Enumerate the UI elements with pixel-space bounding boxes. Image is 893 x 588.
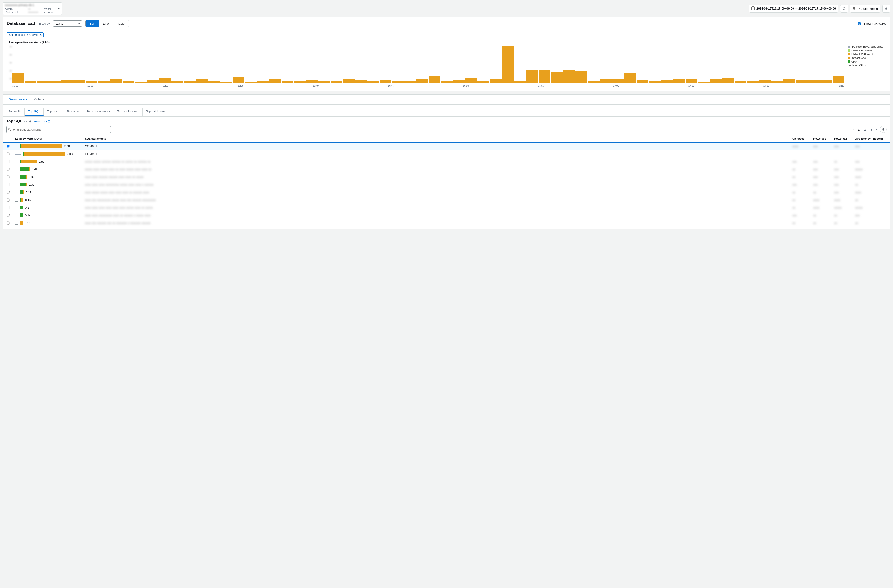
row-radio[interactable]: [6, 168, 10, 171]
chart-area: xxxxxxxxxx 16:2016:2516:3016:3516:4016:4…: [7, 45, 886, 87]
sql-statement[interactable]: xxxxx xxxx xxxxx xxxx xx xxxx xxxxx xxxx…: [85, 168, 192, 171]
table-row[interactable]: +0.82xxxxx xxxxx xxxxxx xxxxxx xx xxxxx …: [3, 158, 890, 165]
row-radio[interactable]: [6, 144, 10, 148]
load-bar: [20, 144, 62, 148]
page-1[interactable]: 1: [857, 128, 860, 132]
row-radio[interactable]: [6, 198, 10, 201]
sql-statement[interactable]: xxxx xxxx xxxx xxxx xxxx xxxx xxxxx xxxx…: [85, 206, 192, 209]
settings-button[interactable]: [882, 4, 890, 12]
sql-statement[interactable]: xxxx xxx xxxxxx xxx xx xxxxxxx x xxxxxxx…: [85, 221, 192, 225]
slice-dropdown[interactable]: Waits: [53, 21, 82, 27]
metric-value: xxx: [834, 168, 839, 171]
row-radio[interactable]: [6, 190, 10, 194]
sql-statement[interactable]: xxxx xxxx xxxxxxxxx xxxx xx xxxxxx x xxx…: [85, 214, 192, 217]
refresh-button[interactable]: [840, 4, 848, 12]
show-max-label: Show max vCPU: [863, 22, 886, 26]
svg-point-0: [886, 8, 887, 9]
scope-chip[interactable]: Scope to: sql : COMMIT ×: [7, 32, 44, 38]
col-lat[interactable]: Avg latency (ms)/call: [853, 135, 890, 142]
subtab-apps[interactable]: Top applications: [114, 108, 143, 116]
row-radio[interactable]: [6, 221, 10, 225]
learn-more-link[interactable]: Learn more: [33, 120, 50, 123]
show-max-vcpu[interactable]: Show max vCPU: [857, 21, 886, 26]
db-load-panel: Database load Sliced by Waits Bar Line T…: [3, 17, 890, 91]
metric-value: xxxxx: [855, 168, 863, 171]
col-rpc[interactable]: Rows/call: [832, 135, 853, 142]
table-row[interactable]: +0.17xxxx xxxxx xxxxx xxxx xxxx xxxx xx …: [3, 189, 890, 196]
slice-value: Waits: [56, 22, 63, 26]
table-row[interactable]: +0.14xxxx xxxx xxxxxxxxx xxxx xx xxxxxx …: [3, 212, 890, 219]
search-input[interactable]: [6, 126, 111, 133]
subtab-sess[interactable]: Top session types: [83, 108, 114, 116]
sql-statement[interactable]: xxxx xxxx xxxx xxxxxxxxx xxxxx xxxx xxxx…: [85, 183, 192, 186]
metric-value: xxxxx: [855, 206, 863, 209]
legend-swatch-lwwi: [848, 53, 850, 56]
subtab-sql[interactable]: Top SQL: [25, 108, 44, 116]
search-icon: [8, 128, 11, 131]
sql-statement[interactable]: xxxx xxx xxxxxxxxx xxxxx xxxx xxx xxxxxx…: [85, 198, 192, 202]
page-3[interactable]: 3: [869, 128, 873, 132]
tab-metrics[interactable]: Metrics: [30, 94, 47, 104]
sql-statement[interactable]: COMMIT: [85, 144, 192, 148]
sql-statement[interactable]: xxxx xxxx xxxxxx xxxxxx xxxx xxxx xx xxx…: [85, 175, 192, 179]
subtab-users[interactable]: Top users: [63, 108, 83, 116]
metric-value: xx: [792, 175, 795, 179]
table-row[interactable]: +0.15xxxx xxx xxxxxxxxx xxxxx xxxx xxx x…: [3, 196, 890, 204]
load-value: 0.82: [39, 160, 44, 164]
subtab-dbs[interactable]: Top databases: [143, 108, 169, 116]
row-radio[interactable]: [6, 152, 10, 156]
time-range-picker[interactable]: 2024-03-15T16:15:00+00:00 — 2024-03-15T1…: [749, 4, 838, 12]
bar-chart[interactable]: 16:2016:2516:3016:3516:4016:4516:5016:55…: [12, 45, 844, 87]
expand-toggle[interactable]: +: [15, 206, 18, 209]
metric-value: xxxx: [855, 190, 861, 194]
sql-statement[interactable]: COMMIT: [85, 152, 192, 156]
view-line[interactable]: Line: [99, 21, 113, 27]
expand-toggle[interactable]: +: [15, 190, 18, 194]
table-row[interactable]: +0.13xxxx xxx xxxxxx xxx xx xxxxxxx x xx…: [3, 219, 890, 227]
tab-dimensions[interactable]: Dimensions: [5, 94, 30, 104]
expand-toggle[interactable]: +: [15, 168, 18, 171]
y-axis: xxxxxxxxxx: [7, 45, 12, 87]
row-radio[interactable]: [6, 175, 10, 178]
table-row[interactable]: −2.08COMMITxxxxxxxxxxxxx: [3, 142, 890, 150]
page-prev[interactable]: ‹: [853, 128, 854, 131]
auto-refresh-toggle[interactable]: Auto refresh: [850, 4, 881, 12]
scope-remove-icon[interactable]: ×: [40, 33, 42, 36]
view-bar[interactable]: Bar: [86, 21, 99, 27]
expand-toggle[interactable]: +: [15, 183, 18, 186]
sql-statement[interactable]: xxxxx xxxxx xxxxxx xxxxxx xx xxxxx xx xx…: [85, 160, 192, 164]
subtab-waits[interactable]: Top waits: [5, 108, 25, 116]
table-row[interactable]: +0.32xxxx xxxx xxxx xxxxxxxxx xxxxx xxxx…: [3, 181, 890, 189]
svg-point-1: [8, 128, 10, 130]
expand-toggle[interactable]: +: [15, 160, 18, 163]
show-max-checkbox[interactable]: [858, 22, 861, 26]
expand-toggle[interactable]: +: [15, 175, 18, 178]
table-row[interactable]: +0.32xxxx xxxx xxxxxx xxxxxx xxxx xxxx x…: [3, 173, 890, 181]
col-load[interactable]: Load by waits (AAS): [13, 135, 83, 142]
row-radio[interactable]: [6, 160, 10, 163]
row-radio[interactable]: [6, 183, 10, 186]
legend-dash-max: [848, 65, 851, 66]
legend: IPC:ProcArrayGroupUpdate LWLock:ProcArra…: [844, 45, 886, 87]
page-2[interactable]: 2: [863, 128, 867, 132]
db-instance-selector[interactable]: xxxxxxxxx-primary-db-1 Aurora PostgreSQL…: [3, 2, 62, 15]
page-next[interactable]: ›: [876, 128, 877, 131]
expand-toggle[interactable]: +: [15, 198, 18, 201]
view-table[interactable]: Table: [113, 21, 129, 27]
scope-text: Scope to: sql : COMMIT: [9, 33, 39, 36]
row-radio[interactable]: [6, 214, 10, 217]
table-row[interactable]: +0.48xxxxx xxxx xxxxx xxxx xx xxxx xxxxx…: [3, 165, 890, 173]
table-row[interactable]: +0.14xxxx xxxx xxxx xxxx xxxx xxxx xxxxx…: [3, 204, 890, 212]
expand-toggle[interactable]: −: [15, 144, 18, 148]
subtab-hosts[interactable]: Top hosts: [44, 108, 63, 116]
expand-toggle[interactable]: +: [15, 221, 18, 225]
sql-statement[interactable]: xxxx xxxxx xxxxx xxxx xxxx xxxx xx xxxxx…: [85, 190, 192, 194]
metric-value: xxx: [813, 144, 818, 148]
expand-toggle[interactable]: +: [15, 214, 18, 217]
col-rows[interactable]: Rows/sec: [811, 135, 832, 142]
table-settings-button[interactable]: [880, 126, 887, 133]
row-radio[interactable]: [6, 206, 10, 209]
col-calls[interactable]: Calls/sec: [790, 135, 811, 142]
col-stmt[interactable]: SQL statements: [83, 135, 790, 142]
table-row[interactable]: 2.08COMMIT: [3, 150, 890, 158]
